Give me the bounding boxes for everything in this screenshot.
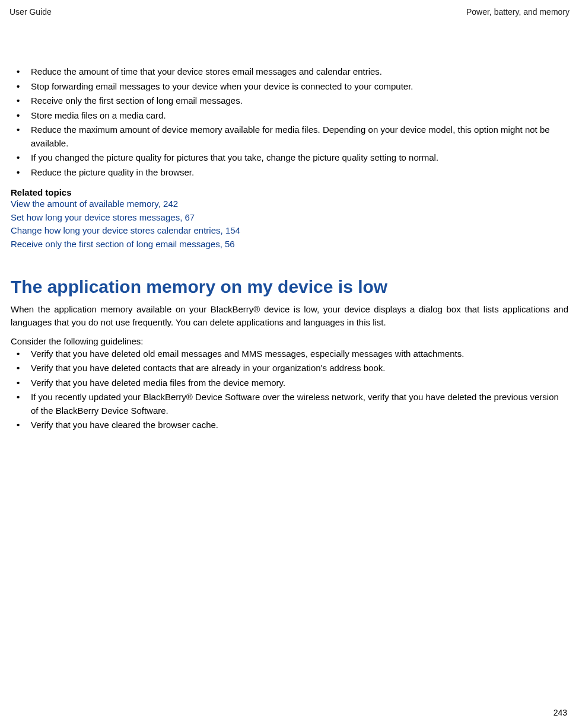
tip-text: Stop forwarding email messages to your d… xyxy=(31,80,568,94)
list-item: •If you changed the picture quality for … xyxy=(11,151,568,165)
section-title: The application memory on my device is l… xyxy=(11,277,568,297)
guidelines-list: •Verify that you have deleted old email … xyxy=(11,347,568,432)
header-right: Power, battery, and memory xyxy=(466,7,570,17)
bullet-icon: • xyxy=(11,109,31,123)
bullet-icon: • xyxy=(11,94,31,108)
related-link[interactable]: Receive only the first section of long e… xyxy=(11,238,568,251)
list-item: •Reduce the picture quality in the brows… xyxy=(11,166,568,180)
related-topics-heading: Related topics xyxy=(11,187,568,197)
tip-text: If you changed the picture quality for p… xyxy=(31,151,568,165)
tips-list: •Reduce the amount of time that your dev… xyxy=(11,65,568,179)
related-link[interactable]: Set how long your device stores messages… xyxy=(11,211,568,225)
guideline-text: If you recently updated your BlackBerry®… xyxy=(31,391,568,417)
bullet-icon: • xyxy=(11,123,31,137)
consider-text: Consider the following guidelines: xyxy=(11,336,568,346)
bullet-icon: • xyxy=(11,166,31,180)
tip-text: Reduce the picture quality in the browse… xyxy=(31,166,568,180)
list-item: •Store media files on a media card. xyxy=(11,109,568,123)
bullet-icon: • xyxy=(11,80,31,94)
intro-paragraph: When the application memory available on… xyxy=(11,303,568,329)
page-number: 243 xyxy=(553,708,567,717)
tip-text: Receive only the first section of long e… xyxy=(31,94,568,108)
guideline-text: Verify that you have deleted media files… xyxy=(31,376,568,390)
list-item: •Reduce the maximum amount of device mem… xyxy=(11,123,568,150)
tip-text: Reduce the amount of time that your devi… xyxy=(31,65,568,79)
list-item: •If you recently updated your BlackBerry… xyxy=(11,391,568,417)
list-item: •Verify that you have deleted old email … xyxy=(11,347,568,361)
related-links: View the amount of available memory, 242… xyxy=(11,197,568,251)
related-link[interactable]: Change how long your device stores calen… xyxy=(11,224,568,238)
list-item: •Verify that you have deleted contacts t… xyxy=(11,362,568,375)
bullet-icon: • xyxy=(11,376,31,390)
bullet-icon: • xyxy=(11,151,31,165)
bullet-icon: • xyxy=(11,65,31,79)
list-item: •Verify that you have deleted media file… xyxy=(11,376,568,390)
bullet-icon: • xyxy=(11,391,31,404)
guideline-text: Verify that you have deleted contacts th… xyxy=(31,362,568,375)
page-content: •Reduce the amount of time that your dev… xyxy=(9,65,570,432)
related-link[interactable]: View the amount of available memory, 242 xyxy=(11,197,568,211)
list-item: •Reduce the amount of time that your dev… xyxy=(11,65,568,79)
list-item: •Verify that you have cleared the browse… xyxy=(11,419,568,432)
bullet-icon: • xyxy=(11,419,31,432)
bullet-icon: • xyxy=(11,347,31,361)
page-header: User Guide Power, battery, and memory xyxy=(9,7,570,17)
bullet-icon: • xyxy=(11,362,31,375)
guideline-text: Verify that you have deleted old email m… xyxy=(31,347,568,361)
list-item: •Stop forwarding email messages to your … xyxy=(11,80,568,94)
header-left: User Guide xyxy=(9,7,52,17)
guideline-text: Verify that you have cleared the browser… xyxy=(31,419,568,432)
list-item: •Receive only the first section of long … xyxy=(11,94,568,108)
tip-text: Reduce the maximum amount of device memo… xyxy=(31,123,568,150)
tip-text: Store media files on a media card. xyxy=(31,109,568,123)
